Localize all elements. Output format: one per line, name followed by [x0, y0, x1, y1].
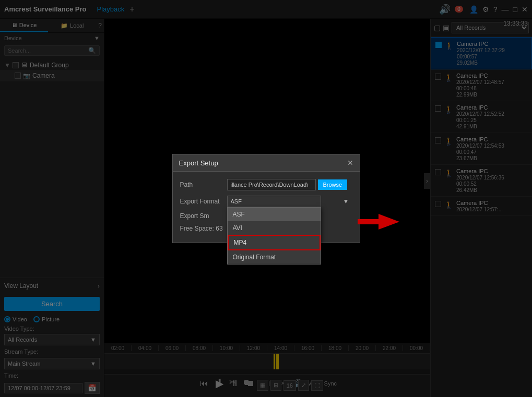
- red-arrow: [358, 214, 399, 230]
- dialog-close-button[interactable]: ✕: [347, 159, 353, 167]
- path-row: Path Browse: [180, 179, 352, 190]
- format-row: Export Format ASF AVI MP4 Original Forma…: [180, 196, 352, 207]
- format-label: Export Format: [180, 198, 227, 205]
- svg-marker-0: [358, 214, 399, 230]
- path-label: Path: [180, 181, 227, 188]
- dropdown-item-mp4[interactable]: MP4: [228, 235, 321, 250]
- free-space-label: Free Space: 63: [180, 225, 223, 232]
- export-dialog: Export Setup ✕ Path Browse Export Format…: [172, 154, 360, 243]
- select-arrow-icon: ▼: [343, 198, 349, 205]
- format-select[interactable]: ASF AVI MP4 Original Format: [227, 196, 321, 207]
- dropdown-item-asf[interactable]: ASF: [228, 208, 321, 221]
- dropdown-item-avi[interactable]: AVI: [228, 221, 321, 235]
- dropdown-item-original[interactable]: Original Format: [228, 250, 321, 264]
- dialog-title: Export Setup: [179, 159, 218, 167]
- export-sm-label: Export Sm: [180, 212, 227, 220]
- format-dropdown: ASF AVI MP4 Original Format: [227, 207, 321, 264]
- dialog-body: Path Browse Export Format ASF AVI MP4 Or…: [173, 172, 360, 243]
- dialog-titlebar: Export Setup ✕: [173, 154, 360, 172]
- browse-button[interactable]: Browse: [318, 179, 348, 190]
- path-input[interactable]: [227, 179, 316, 190]
- dialog-overlay: Export Setup ✕ Path Browse Export Format…: [0, 0, 532, 397]
